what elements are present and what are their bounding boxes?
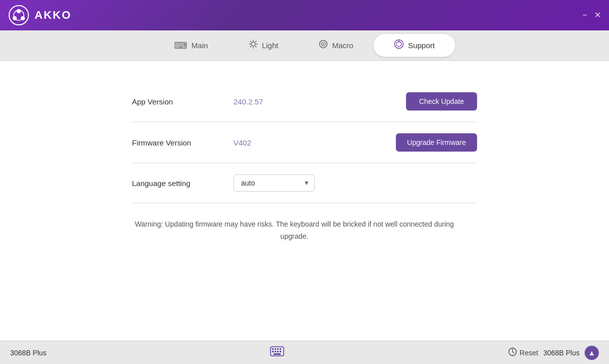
reset-label: Reset — [520, 349, 538, 357]
check-update-action: Check Update — [406, 92, 477, 111]
svg-rect-20 — [272, 348, 274, 350]
language-label: Language setting — [132, 179, 233, 188]
macro-icon — [319, 40, 328, 51]
content-inner: App Version 240.2.57 Check Update Firmwa… — [132, 81, 477, 243]
language-row: Language setting auto English Chinese Ja… — [132, 163, 477, 203]
check-update-button[interactable]: Check Update — [406, 92, 477, 111]
svg-point-3 — [21, 16, 25, 20]
warning-text: Warning: Updating firmware may have risk… — [132, 219, 457, 243]
svg-rect-26 — [277, 351, 279, 352]
tabbar: ⌨ Main Light Macro — [0, 30, 609, 61]
tab-support[interactable]: Support — [374, 34, 455, 57]
tab-main[interactable]: ⌨ Main — [154, 35, 228, 56]
svg-rect-22 — [277, 348, 279, 350]
footer-device-name-left: 3068B Plus — [10, 349, 47, 357]
svg-rect-25 — [275, 351, 276, 352]
svg-point-4 — [13, 16, 17, 20]
tab-main-label: Main — [191, 41, 208, 50]
close-button[interactable]: ✕ — [594, 11, 601, 19]
upload-button[interactable]: ▲ — [585, 346, 599, 360]
svg-point-0 — [9, 6, 28, 25]
language-select-wrap: auto English Chinese Japanese ▼ — [233, 174, 315, 192]
logo-icon — [8, 5, 29, 26]
titlebar: AKKO − ✕ — [0, 0, 609, 30]
firmware-version-row: Firmware Version V402 Upgrade Firmware — [132, 122, 477, 163]
upgrade-firmware-action: Upgrade Firmware — [396, 133, 477, 152]
upgrade-firmware-button[interactable]: Upgrade Firmware — [396, 133, 477, 152]
reset-circle-icon — [508, 347, 517, 358]
svg-line-11 — [255, 46, 256, 47]
firmware-version-label: Firmware Version — [132, 138, 233, 147]
app-version-value: 240.2.57 — [233, 97, 406, 106]
app-name: AKKO — [35, 9, 72, 22]
upload-icon: ▲ — [588, 349, 595, 357]
tab-macro-label: Macro — [332, 41, 353, 50]
app-version-label: App Version — [132, 97, 233, 106]
reset-button[interactable]: Reset — [508, 347, 538, 358]
footer: 3068B Plus R — [0, 341, 609, 364]
svg-line-12 — [255, 41, 256, 42]
svg-rect-23 — [280, 348, 281, 350]
firmware-version-value: V402 — [233, 138, 396, 147]
svg-rect-27 — [280, 351, 281, 352]
svg-line-13 — [250, 46, 251, 47]
svg-rect-24 — [272, 351, 274, 352]
language-select[interactable]: auto English Chinese Japanese — [233, 174, 315, 192]
main-icon: ⌨ — [174, 40, 187, 51]
svg-point-2 — [17, 9, 21, 13]
keyboard-icon — [270, 346, 284, 359]
tab-macro[interactable]: Macro — [298, 34, 374, 56]
svg-rect-21 — [275, 348, 276, 350]
light-icon — [249, 40, 258, 51]
svg-point-5 — [251, 42, 255, 46]
footer-right-area: Reset 3068B Plus ▲ — [508, 346, 599, 360]
svg-rect-28 — [274, 353, 281, 355]
svg-line-10 — [250, 41, 251, 42]
footer-keyboard-area — [270, 346, 284, 359]
footer-device-name-right: 3068B Plus — [543, 349, 580, 357]
tab-light[interactable]: Light — [228, 34, 299, 56]
tab-light-label: Light — [262, 41, 279, 50]
logo-area: AKKO — [8, 5, 72, 26]
minimize-button[interactable]: − — [583, 11, 587, 19]
app-version-row: App Version 240.2.57 Check Update — [132, 81, 477, 122]
content-area: App Version 240.2.57 Check Update Firmwa… — [0, 61, 609, 341]
tab-support-label: Support — [408, 41, 435, 50]
support-icon — [394, 39, 404, 52]
window-controls: − ✕ — [583, 11, 601, 19]
svg-point-16 — [323, 44, 324, 45]
